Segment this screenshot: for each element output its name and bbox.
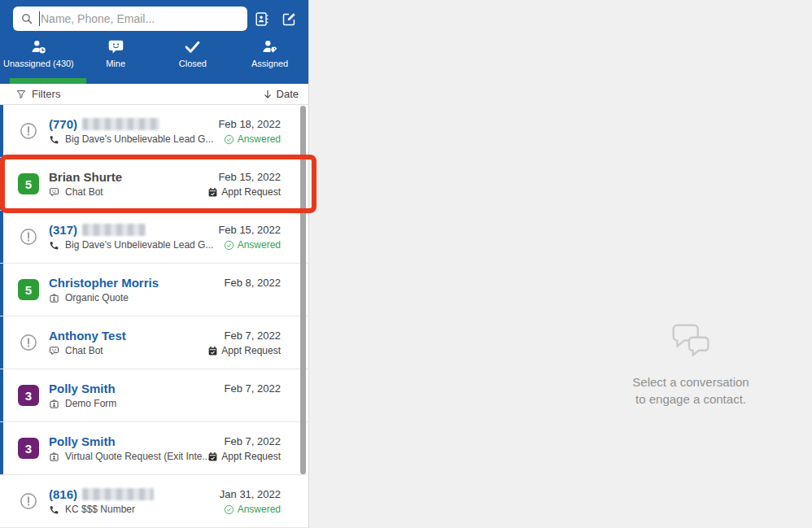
empty-state-line2: to engage a contact. [632, 391, 749, 408]
search-input[interactable] [41, 12, 240, 25]
row-badge-slot: 5 [0, 279, 49, 300]
row-badge-slot [0, 228, 49, 246]
redacted-phone-number [82, 488, 154, 500]
calendar-check-icon [207, 187, 218, 198]
contact-name: (770) [49, 117, 77, 131]
alert-circle-icon [20, 334, 37, 351]
unread-count-badge: 5 [18, 279, 39, 300]
contact-name: Brian Shurte [49, 170, 122, 184]
contact-name: Polly Smith [49, 382, 116, 395]
redacted-phone-number [82, 118, 159, 130]
arrow-down-icon [262, 89, 273, 100]
alert-circle-icon [20, 492, 37, 510]
chat-smiley-filled-icon [107, 38, 124, 55]
unread-indicator [0, 316, 3, 369]
contact-name: Polly Smith [49, 434, 116, 448]
conversation-row[interactable]: 5 Christopher Morris Feb 8, 2022 Organic… [0, 264, 308, 316]
tab-label: Closed [179, 59, 207, 68]
redacted-phone-number [82, 224, 146, 236]
conversation-status: Answered [224, 504, 281, 515]
sort-label: Date [277, 88, 299, 100]
unread-indicator [0, 369, 3, 421]
filters-button[interactable]: Filters [15, 88, 60, 100]
compose-button[interactable] [282, 11, 297, 27]
conversation-row[interactable]: (770) Feb 18, 2022 Big Dave's Unbelievab… [0, 105, 308, 158]
unread-indicator [0, 264, 3, 316]
conversation-sidebar: Unassigned (430) Mine Closed Assigned Fi… [0, 0, 309, 528]
address-book-icon [254, 11, 269, 27]
contact-card-icon [49, 293, 59, 303]
check-icon [184, 38, 201, 55]
conversation-source: Chat Bot [49, 345, 207, 356]
contacts-button[interactable] [254, 11, 269, 27]
conversation-date: Jan 31, 2022 [220, 488, 281, 500]
unread-indicator [0, 211, 3, 263]
chat-outline-icon [49, 346, 59, 356]
tab-unassigned[interactable]: Unassigned (430) [0, 37, 77, 68]
phone-icon [49, 134, 59, 145]
chat-bubbles-icon [666, 322, 715, 360]
conversation-source: Big Dave's Unbelievable Lead G... [49, 239, 224, 251]
contact-card-icon [49, 452, 59, 462]
tab-mine[interactable]: Mine [77, 37, 155, 68]
conversation-date: Feb 18, 2022 [218, 118, 281, 130]
conversation-source: Chat Bot [49, 186, 207, 198]
conversation-date: Feb 7, 2022 [225, 435, 281, 447]
phone-icon [49, 240, 59, 251]
tab-label: Unassigned (430) [3, 59, 74, 68]
unread-indicator [0, 105, 3, 157]
unread-indicator [0, 422, 3, 474]
funnel-icon [15, 89, 27, 100]
check-circle-icon [224, 134, 234, 145]
conversation-row[interactable]: Anthony Test Feb 7, 2022 Chat Bot Appt R… [0, 316, 308, 369]
row-badge-slot: 5 [0, 173, 49, 194]
row-badge-slot [0, 492, 49, 510]
conversation-source: Virtual Quote Request (Exit Inte... [49, 451, 207, 462]
conversation-row[interactable]: (816) Jan 31, 2022 KC $$$ Number Answere… [0, 475, 308, 528]
tab-closed[interactable]: Closed [155, 37, 232, 68]
contact-name: Anthony Test [49, 329, 126, 343]
contact-name: (816) [49, 487, 77, 501]
conversation-row[interactable]: 3 Polly Smith Feb 7, 2022 Virtual Quote … [0, 422, 308, 475]
conversation-date: Feb 15, 2022 [218, 171, 281, 183]
contact-card-icon [49, 399, 59, 409]
conversation-date: Feb 15, 2022 [218, 224, 281, 236]
conversation-status: Answered [224, 133, 281, 145]
filter-bar: Filters Date [0, 84, 308, 105]
alert-circle-icon [20, 122, 37, 140]
row-badge-slot [0, 334, 49, 351]
search-box[interactable] [13, 7, 247, 31]
conversation-status: Appt Request [207, 186, 281, 198]
conversation-status: Appt Request [207, 345, 281, 356]
conversation-source: Organic Quote [49, 292, 281, 303]
contact-name: (317) [49, 223, 77, 237]
text-cursor [39, 11, 40, 26]
conversation-list: (770) Feb 18, 2022 Big Dave's Unbelievab… [0, 105, 308, 528]
unread-count-badge: 5 [18, 173, 39, 194]
filters-label: Filters [32, 88, 60, 100]
conversation-row[interactable]: 5 Brian Shurte Feb 15, 2022 Chat Bot App… [0, 158, 308, 211]
row-badge-slot [0, 122, 49, 140]
conversation-source: KC $$$ Number [49, 504, 224, 515]
conversation-row[interactable]: 3 Polly Smith Feb 7, 2022 Demo Form [0, 369, 308, 422]
conversation-panel: Select a conversation to engage a contac… [310, 0, 812, 528]
tab-bar: Unassigned (430) Mine Closed Assigned [0, 37, 308, 68]
row-badge-slot: 3 [0, 438, 49, 459]
phone-icon [49, 504, 59, 515]
active-tab-indicator [10, 78, 86, 84]
empty-state-line1: Select a conversation [632, 373, 749, 391]
scrollbar-thumb[interactable] [300, 106, 306, 474]
tab-assigned[interactable]: Assigned [231, 37, 308, 68]
conversation-date: Feb 7, 2022 [225, 382, 281, 395]
tab-label: Mine [106, 59, 125, 68]
sort-by-date-button[interactable]: Date [262, 88, 299, 100]
compose-icon [282, 11, 297, 27]
contact-name: Christopher Morris [49, 276, 159, 290]
app-window: Unassigned (430) Mine Closed Assigned Fi… [0, 0, 812, 528]
conversation-row[interactable]: (317) Feb 15, 2022 Big Dave's Unbelievab… [0, 211, 308, 264]
tab-label: Assigned [251, 59, 288, 68]
calendar-check-icon [207, 452, 218, 462]
conversation-source: Big Dave's Unbelievable Lead G... [49, 133, 224, 145]
header-actions [254, 11, 297, 27]
person-tag-icon [261, 38, 278, 55]
